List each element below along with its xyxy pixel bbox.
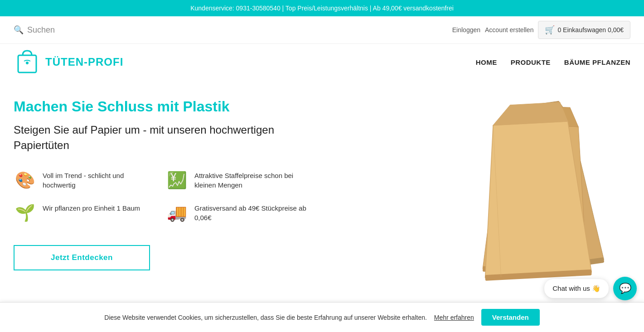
feature-icon-2: 💹 xyxy=(165,171,188,190)
create-account-link[interactable]: Account erstellen xyxy=(485,26,533,34)
features-grid: 🎨 Voll im Trend - schlicht und hochwerti… xyxy=(14,171,308,222)
hero-subtitle: Steigen Sie auf Papier um - mit unseren … xyxy=(14,122,308,153)
hero-section: Machen Sie Schluss mit Plastik Steigen S… xyxy=(0,80,644,298)
header: 🔍 Suchen Einloggen Account erstellen 🛒 0… xyxy=(0,16,644,44)
hero-content: Machen Sie Schluss mit Plastik Steigen S… xyxy=(14,98,308,298)
feature-item-4: 🚚 Gratisversand ab 49€ Stückpreise ab 0,… xyxy=(165,203,308,222)
top-banner: Kundenservice: 0931-30580540 | Top Preis… xyxy=(0,0,644,16)
banner-text: Kundenservice: 0931-30580540 | Top Preis… xyxy=(190,5,454,12)
nav-bar: TÜTEN-PROFI HOME PRODUKTE BÄUME PFLANZEN xyxy=(0,44,644,80)
svg-point-1 xyxy=(26,62,29,64)
nav-links: HOME PRODUKTE BÄUME PFLANZEN xyxy=(476,58,630,66)
chat-icon: 💬 xyxy=(619,283,631,294)
search-icon: 🔍 xyxy=(14,25,24,35)
feature-item-2: 💹 Attraktive Staffelpreise schon bei kle… xyxy=(165,171,308,190)
header-actions: Einloggen Account erstellen 🛒 0 Einkaufs… xyxy=(452,21,630,39)
chat-label: Chat with us 👋 xyxy=(552,284,600,293)
feature-text-1: Voll im Trend - schlicht und hochwertig xyxy=(43,171,156,190)
search-bar[interactable]: 🔍 Suchen xyxy=(14,25,55,35)
paper-bags-svg xyxy=(426,94,644,289)
cart-button[interactable]: 🛒 0 Einkaufswagen 0,00€ xyxy=(538,21,630,39)
cta-button[interactable]: Jetzt Entdecken xyxy=(14,245,150,270)
feature-icon-4: 🚚 xyxy=(165,203,188,222)
logo-text: TÜTEN-PROFI xyxy=(45,56,123,68)
logo-icon xyxy=(14,48,41,76)
chat-button[interactable]: 💬 xyxy=(613,277,637,298)
feature-item-1: 🎨 Voll im Trend - schlicht und hochwerti… xyxy=(14,171,156,190)
nav-baeume-pflanzen[interactable]: BÄUME PFLANZEN xyxy=(564,58,630,66)
cart-label: 0 Einkaufswagen 0,00€ xyxy=(557,26,624,34)
feature-icon-3: 🌱 xyxy=(14,203,36,222)
nav-home[interactable]: HOME xyxy=(476,58,497,66)
hero-image xyxy=(426,94,644,289)
feature-text-2: Attraktive Staffelpreise schon bei klein… xyxy=(194,171,308,190)
login-link[interactable]: Einloggen xyxy=(452,26,480,34)
chat-widget: Chat with us 👋 💬 xyxy=(544,277,637,298)
feature-icon-1: 🎨 xyxy=(14,171,36,190)
chat-bubble: Chat with us 👋 xyxy=(544,279,609,298)
cart-icon: 🛒 xyxy=(545,25,555,35)
feature-item-3: 🌱 Wir pflanzen pro Einheit 1 Baum xyxy=(14,203,156,222)
search-label: Suchen xyxy=(27,25,55,35)
nav-produkte[interactable]: PRODUKTE xyxy=(511,58,551,66)
logo[interactable]: TÜTEN-PROFI xyxy=(14,48,123,76)
feature-text-4: Gratisversand ab 49€ Stückpreise ab 0,06… xyxy=(194,203,308,222)
hero-title: Machen Sie Schluss mit Plastik xyxy=(14,98,308,115)
feature-text-3: Wir pflanzen pro Einheit 1 Baum xyxy=(43,203,140,213)
svg-marker-9 xyxy=(492,102,568,125)
